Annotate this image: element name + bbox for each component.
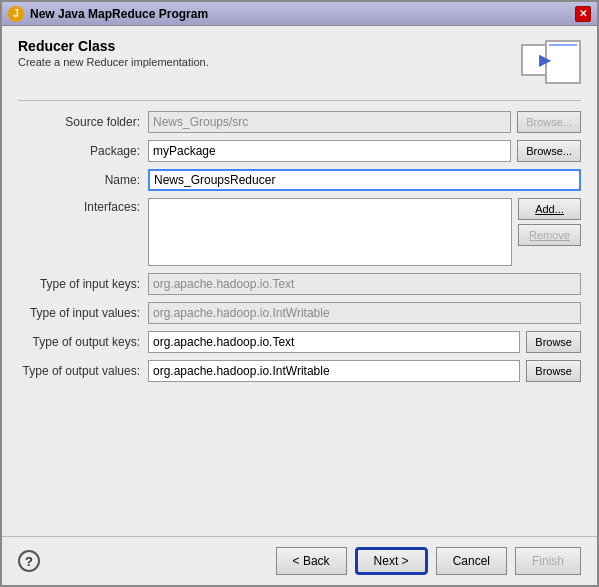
window-title: New Java MapReduce Program	[30, 7, 208, 21]
input-keys-input[interactable]	[148, 273, 581, 295]
name-label: Name:	[18, 173, 148, 187]
output-values-row: Type of output values: Browse	[18, 360, 581, 382]
title-bar: J New Java MapReduce Program ✕	[2, 2, 597, 26]
footer-left: ?	[18, 550, 40, 572]
package-label: Package:	[18, 144, 148, 158]
interfaces-list	[148, 198, 512, 266]
input-keys-row: Type of input keys:	[18, 273, 581, 295]
interfaces-label: Interfaces:	[18, 198, 148, 214]
output-values-input[interactable]	[148, 360, 520, 382]
section-subtitle: Create a new Reducer implementation.	[18, 56, 209, 68]
input-values-row: Type of input values:	[18, 302, 581, 324]
add-button[interactable]: Add...	[518, 198, 581, 220]
package-input[interactable]	[148, 140, 511, 162]
output-keys-browse-button[interactable]: Browse	[526, 331, 581, 353]
title-bar-left: J New Java MapReduce Program	[8, 6, 208, 22]
source-folder-label: Source folder:	[18, 115, 148, 129]
header-text: Reducer Class Create a new Reducer imple…	[18, 38, 209, 68]
footer-right: < Back Next > Cancel Finish	[276, 547, 581, 575]
input-values-input[interactable]	[148, 302, 581, 324]
help-button[interactable]: ?	[18, 550, 40, 572]
input-values-label: Type of input values:	[18, 306, 148, 320]
output-keys-input[interactable]	[148, 331, 520, 353]
finish-button[interactable]: Finish	[515, 547, 581, 575]
cancel-button[interactable]: Cancel	[436, 547, 507, 575]
input-keys-label: Type of input keys:	[18, 277, 148, 291]
source-folder-browse-button[interactable]: Browse...	[517, 111, 581, 133]
remove-button[interactable]: Remove	[518, 224, 581, 246]
arrow-icon: ▶	[539, 50, 555, 66]
output-keys-label: Type of output keys:	[18, 335, 148, 349]
footer: ? < Back Next > Cancel Finish	[2, 536, 597, 585]
separator	[18, 100, 581, 101]
output-values-label: Type of output values:	[18, 364, 148, 378]
header-row: Reducer Class Create a new Reducer imple…	[18, 38, 581, 88]
back-button[interactable]: < Back	[276, 547, 347, 575]
name-input[interactable]	[148, 169, 581, 191]
header-icon: ▶	[521, 38, 581, 88]
next-button[interactable]: Next >	[355, 547, 428, 575]
name-row: Name:	[18, 169, 581, 191]
output-values-browse-button[interactable]: Browse	[526, 360, 581, 382]
section-title: Reducer Class	[18, 38, 209, 54]
window-icon: J	[8, 6, 24, 22]
interfaces-row: Interfaces: Add... Remove	[18, 198, 581, 266]
package-row: Package: Browse...	[18, 140, 581, 162]
source-folder-input[interactable]	[148, 111, 511, 133]
package-browse-button[interactable]: Browse...	[517, 140, 581, 162]
interfaces-buttons: Add... Remove	[518, 198, 581, 246]
output-keys-row: Type of output keys: Browse	[18, 331, 581, 353]
source-folder-row: Source folder: Browse...	[18, 111, 581, 133]
dialog-content: Reducer Class Create a new Reducer imple…	[2, 26, 597, 536]
main-window: J New Java MapReduce Program ✕ Reducer C…	[0, 0, 599, 587]
close-button[interactable]: ✕	[575, 6, 591, 22]
